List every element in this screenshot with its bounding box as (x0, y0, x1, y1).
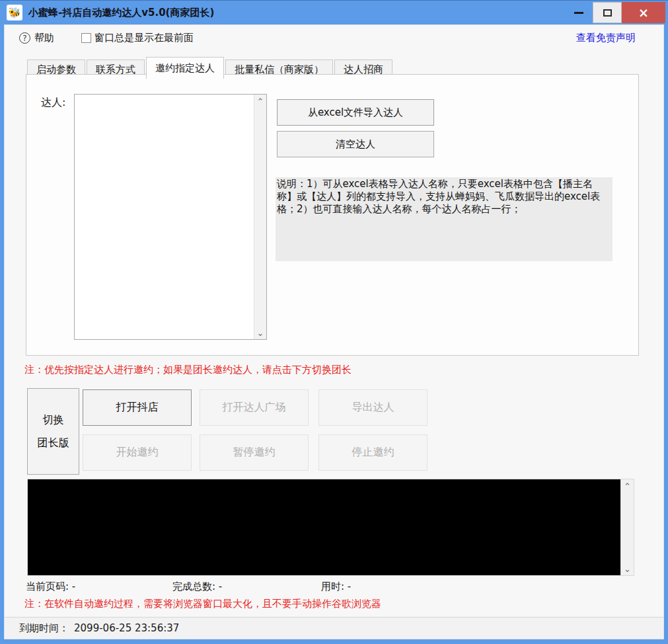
always-on-top-checkbox[interactable] (81, 33, 91, 43)
current-page-status: 当前页码: - (26, 581, 75, 593)
help-label: 帮助 (34, 32, 54, 44)
always-on-top-option[interactable]: 窗口总是显示在最前面 (81, 32, 194, 44)
start-invite-button[interactable]: 开始邀约 (83, 434, 192, 471)
expire-time-label: 到期时间： (19, 622, 69, 635)
pause-invite-button[interactable]: 暂停邀约 (200, 434, 309, 471)
import-excel-button[interactable]: 从excel文件导入达人 (277, 99, 434, 126)
open-douyin-shop-button[interactable]: 打开抖店 (83, 389, 192, 426)
current-page-value: - (72, 581, 75, 592)
expire-time-value: 2099-06-25 23:56:37 (74, 622, 179, 634)
current-page-label: 当前页码: (26, 581, 72, 592)
total-done-value: - (219, 581, 222, 592)
minimize-icon (574, 12, 583, 14)
browser-notice: 注：在软件自动邀约过程，需要将浏览器窗口最大化，且不要手动操作谷歌浏览器 (24, 598, 381, 610)
elapsed-value: - (348, 581, 351, 592)
total-done-label: 完成总数: (172, 581, 219, 592)
disclaimer-link[interactable]: 查看免责声明 (576, 32, 636, 44)
window-title: 小蜜蜂-抖店自动邀约达人v5.0(商家团长) (28, 7, 214, 19)
always-on-top-label: 窗口总是显示在最前面 (94, 32, 194, 44)
switch-label-line1: 切换 (43, 413, 64, 427)
export-daren-button[interactable]: 导出达人 (318, 389, 427, 426)
stop-invite-button[interactable]: 停止邀约 (318, 434, 427, 471)
log-content (28, 479, 620, 575)
scroll-up-icon[interactable]: ⌃ (621, 480, 634, 492)
scroll-up-icon[interactable]: ⌃ (254, 95, 266, 107)
instructions-text: 说明：1）可从excel表格导入达人名称，只要excel表格中包含【播主名称】或… (276, 177, 612, 261)
invite-tab-panel: 达人: ⌃ ⌄ 从excel文件导入达人 清空达人 说明：1）可从excel表格… (26, 74, 639, 356)
app-window: 🐝 小蜜蜂-抖店自动邀约达人v5.0(商家团长) × ? 帮助 窗口总是显示在最… (0, 0, 668, 644)
close-button[interactable]: × (622, 2, 665, 23)
client-area: ? 帮助 窗口总是显示在最前面 查看免责声明 启动参数 联系方式 邀约指定达人 … (4, 24, 664, 639)
title-bar[interactable]: 🐝 小蜜蜂-抖店自动邀约达人v5.0(商家团长) × (0, 1, 668, 24)
close-icon: × (638, 5, 649, 20)
priority-notice: 注：优先按指定达人进行邀约；如果是团长邀约达人，请点击下方切换团长 (24, 364, 352, 376)
daren-scrollbar[interactable]: ⌃ ⌄ (254, 95, 266, 339)
total-done-status: 完成总数: - (172, 581, 222, 593)
maximize-icon (603, 9, 612, 17)
minimize-button[interactable] (565, 3, 593, 22)
window-controls: × (565, 1, 668, 24)
daren-listbox: ⌃ ⌄ (74, 94, 267, 340)
clear-daren-button[interactable]: 清空达人 (277, 131, 434, 157)
help-button[interactable]: ? 帮助 (19, 32, 54, 44)
daren-input[interactable] (75, 95, 254, 339)
scroll-down-icon[interactable]: ⌄ (254, 327, 266, 339)
elapsed-label: 用时: (321, 581, 348, 592)
maximize-button[interactable] (593, 2, 622, 23)
switch-label-line2: 团长版 (38, 436, 69, 450)
bee-logo-icon: 🐝 (7, 5, 22, 20)
scroll-down-icon[interactable]: ⌄ (621, 563, 634, 575)
help-row: ? 帮助 窗口总是显示在最前面 查看免责声明 (5, 32, 663, 48)
daren-label: 达人: (41, 96, 65, 110)
open-daren-plaza-button[interactable]: 打开达人广场 (200, 389, 309, 426)
status-bar: 到期时间：2099-06-25 23:56:37 (5, 617, 663, 639)
help-icon: ? (19, 32, 30, 44)
log-scrollbar[interactable]: ⌃ ⌄ (620, 479, 634, 575)
tab-invite-specified-daren[interactable]: 邀约指定达人 (146, 57, 224, 79)
log-area: ⌃ ⌄ (27, 479, 634, 576)
elapsed-status: 用时: - (321, 581, 351, 593)
switch-leader-version-button[interactable]: 切换 团长版 (27, 388, 79, 475)
